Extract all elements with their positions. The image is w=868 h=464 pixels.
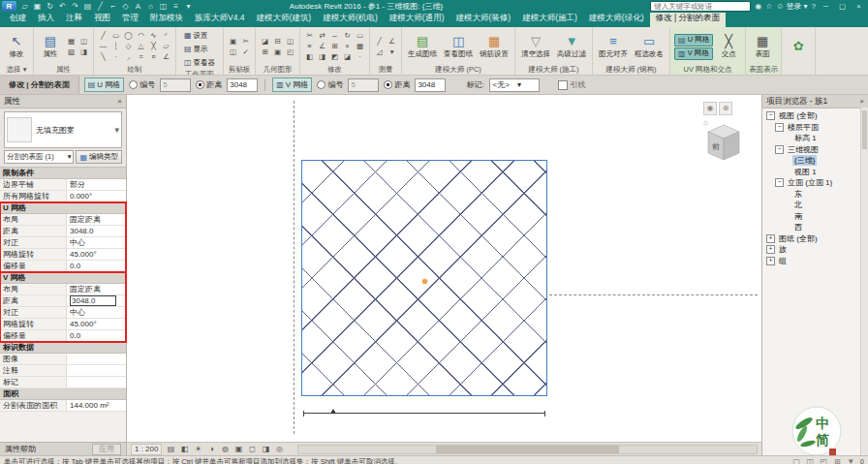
tree-item[interactable]: +族 — [762, 244, 868, 256]
tool-icon[interactable]: ◯ — [123, 31, 134, 41]
properties-help-link[interactable]: 属性帮助 — [5, 444, 36, 454]
tool-icon[interactable]: ≡ — [304, 42, 315, 51]
ribbon-tab[interactable]: 建模大师(装修) — [450, 11, 517, 27]
tag-icon[interactable]: ◇ — [120, 2, 131, 11]
tool-icon[interactable]: ◨ — [78, 47, 89, 57]
element-selector[interactable]: 分割的表面 (1) ▾ — [4, 150, 74, 164]
level-line[interactable] — [303, 413, 545, 414]
steering-wheel-icon[interactable]: ◉ — [703, 102, 717, 115]
expand-icon[interactable]: + — [766, 245, 775, 254]
v-grid-toggle[interactable]: ▥ V 网格 — [272, 77, 312, 92]
divided-surface[interactable] — [301, 160, 547, 396]
tool-icon[interactable]: ✓ — [240, 47, 251, 57]
show-workplane-button[interactable]: ▤显示 — [180, 43, 219, 55]
properties-close-icon[interactable]: × — [117, 97, 122, 106]
surface-representation-button[interactable]: ▦表面 — [750, 35, 775, 59]
collapse-icon[interactable]: − — [775, 145, 784, 154]
rebar-settings-button[interactable]: ▦钢筋设置 — [478, 35, 511, 59]
tool-icon[interactable]: ✂ — [240, 37, 251, 46]
u-distance-input[interactable]: 3048 — [227, 78, 258, 92]
property-value[interactable]: 144.000 m² — [67, 400, 126, 411]
property-value[interactable]: 0.0 — [67, 261, 126, 271]
expand-icon[interactable]: + — [766, 234, 775, 243]
help-icon[interactable]: ? — [812, 2, 816, 11]
tool-icon[interactable]: ◫ — [285, 37, 295, 46]
reference-plane-vertical[interactable] — [294, 101, 294, 434]
application-menu-button[interactable]: R — [2, 1, 16, 12]
tool-icon[interactable]: ▾ — [387, 47, 397, 57]
ribbon-tab[interactable]: 附加模块 — [144, 11, 189, 27]
tag-select[interactable]: <无> ▾ — [489, 78, 540, 92]
home-icon[interactable]: ⌂ — [703, 118, 708, 127]
property-value[interactable] — [67, 377, 126, 387]
thin-lines-icon[interactable]: ≡ — [170, 2, 181, 11]
filter-icon[interactable]: ▼ — [846, 457, 856, 464]
tool-icon[interactable]: ◿ — [374, 47, 385, 57]
plugin-button[interactable]: ✿ — [786, 40, 811, 53]
ribbon-tab[interactable]: 建模大师(施工) — [516, 11, 583, 27]
ribbon-tab[interactable]: 族库大师V4.4 — [189, 11, 251, 27]
tool-icon[interactable]: ◞ — [123, 52, 134, 62]
minimize-button[interactable]: ─ — [820, 2, 832, 11]
scale-button[interactable]: 1 : 200 — [131, 444, 162, 455]
box-rename-button[interactable]: ▭框选改名 — [633, 35, 666, 59]
open-icon[interactable]: ▱ — [19, 2, 30, 11]
tool-icon[interactable]: ▣ — [228, 37, 238, 46]
save-icon[interactable]: ▣ — [32, 2, 43, 11]
login-button[interactable]: ☺ 登录 ▾ — [776, 1, 807, 12]
ribbon-tab[interactable]: 建模大师(绿化) — [583, 11, 650, 27]
u-number-input[interactable]: 5 — [160, 78, 191, 92]
default-3d-view-icon[interactable]: ⌂ — [145, 2, 156, 11]
collapse-icon[interactable]: − — [766, 111, 775, 120]
tree-item[interactable]: 西 — [762, 222, 868, 233]
tool-icon[interactable]: ◇ — [123, 42, 134, 51]
leader-checkbox[interactable]: 引线 — [558, 79, 586, 90]
tool-icon[interactable]: ∠ — [387, 37, 397, 46]
collapse-icon[interactable]: − — [775, 178, 784, 187]
tool-icon[interactable]: ◠ — [136, 31, 146, 41]
ribbon-tab[interactable]: 管理 — [116, 11, 144, 27]
edit-type-button[interactable]: ▦ 编辑类型 — [76, 150, 122, 164]
tree-item[interactable]: 北 — [762, 200, 868, 211]
tool-icon[interactable]: △ — [136, 42, 146, 51]
tool-icon[interactable]: ┆ — [110, 42, 121, 51]
ribbon-tab[interactable]: 建模大师(建筑) — [251, 11, 318, 27]
redo-icon[interactable]: ↷ — [70, 2, 80, 11]
v-distance-input[interactable]: 3048 — [415, 78, 446, 92]
ribbon-tab[interactable]: 插入 — [32, 11, 60, 27]
tool-icon[interactable]: ◫ — [78, 37, 89, 46]
text-icon[interactable]: A — [133, 2, 143, 11]
tree-item[interactable]: 东 — [762, 189, 868, 201]
apply-button[interactable]: 应用 — [92, 444, 121, 455]
tool-icon[interactable]: ╳ — [148, 42, 159, 51]
search-input[interactable] — [650, 1, 751, 12]
tool-icon[interactable]: ▧ — [66, 47, 77, 57]
u-grid-toggle[interactable]: ▤ U 网格 — [84, 77, 125, 92]
close-button[interactable]: × — [852, 2, 865, 11]
tool-icon[interactable]: ◩ — [329, 52, 340, 62]
zoom-icon[interactable]: ⊕ — [719, 102, 732, 115]
tree-item[interactable]: −视图 (全部) — [762, 110, 868, 122]
tree-item[interactable]: +组 — [762, 256, 868, 267]
tool-icon[interactable]: ≈ — [136, 52, 146, 62]
tree-item[interactable]: {三维} — [762, 155, 868, 167]
property-value[interactable]: 45.000° — [67, 249, 126, 260]
tree-item[interactable]: 视图 1 — [762, 167, 868, 178]
u-distance-radio[interactable]: 距离 — [196, 79, 222, 90]
property-value[interactable]: 3048.0 — [67, 226, 126, 236]
browser-scrollbar-thumb[interactable] — [862, 110, 867, 149]
tool-icon[interactable]: ¤ — [148, 52, 159, 62]
customize-qat-icon[interactable]: ▾ — [183, 2, 194, 11]
property-value[interactable] — [67, 354, 126, 364]
property-value-input[interactable]: 3048.0 — [70, 295, 116, 306]
contextual-tab[interactable]: 修改 | 分割的表面 — [650, 11, 726, 27]
surface-origin-point[interactable] — [422, 279, 427, 284]
crop-view-icon[interactable]: ▣ — [232, 444, 244, 454]
tool-icon[interactable]: ◧ — [304, 52, 315, 62]
tool-icon[interactable]: ↔ — [329, 31, 340, 41]
modify-button[interactable]: ↖修改 — [4, 35, 29, 59]
v-number-radio[interactable]: 编号 — [317, 79, 343, 90]
sun-path-icon[interactable]: ☀ — [192, 444, 203, 454]
reveal-hidden-icon[interactable]: ◎ — [273, 444, 285, 454]
ribbon-tab[interactable]: 创建 — [4, 11, 32, 27]
